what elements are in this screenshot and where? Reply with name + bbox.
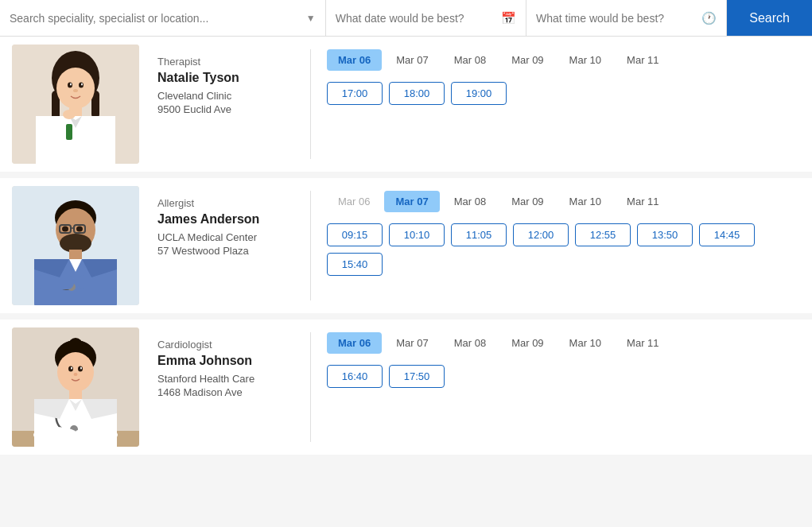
doctor-clinic: UCLA Medical Center bbox=[157, 231, 297, 243]
time-slot-button[interactable]: 15:40 bbox=[327, 253, 383, 276]
doctor-clinic: Cleveland Clinic bbox=[157, 90, 297, 102]
svg-point-14 bbox=[81, 83, 83, 86]
svg-rect-25 bbox=[69, 250, 82, 261]
doctor-image bbox=[12, 45, 139, 164]
specialty-input[interactable] bbox=[10, 12, 300, 25]
time-slots: 09:1510:1011:0512:0012:5513:5014:4515:40 bbox=[327, 223, 796, 276]
svg-point-37 bbox=[68, 338, 83, 352]
svg-point-46 bbox=[73, 427, 118, 443]
date-tab[interactable]: Mar 06 bbox=[327, 49, 382, 71]
date-tab[interactable]: Mar 06 bbox=[327, 332, 382, 354]
doctor-card: AllergistJames AndersonUCLA Medical Cent… bbox=[0, 178, 812, 313]
time-slot-button[interactable]: 10:10 bbox=[389, 223, 445, 246]
doctor-name: Natalie Tyson bbox=[157, 71, 297, 85]
svg-point-10 bbox=[73, 89, 78, 92]
clock-icon: 🕐 bbox=[701, 11, 717, 25]
svg-rect-30 bbox=[77, 275, 117, 289]
doctor-photo bbox=[0, 178, 151, 313]
doctor-photo bbox=[0, 37, 151, 172]
time-slot-button[interactable]: 17:50 bbox=[389, 365, 445, 388]
date-tab[interactable]: Mar 10 bbox=[558, 332, 612, 354]
date-tab[interactable]: Mar 07 bbox=[385, 332, 439, 354]
date-tab[interactable]: Mar 07 bbox=[385, 49, 439, 71]
doctor-info: CardiologistEmma JohnsonStanford Health … bbox=[151, 320, 310, 455]
date-tabs: Mar 06Mar 07Mar 08Mar 09Mar 10Mar 11 bbox=[327, 191, 796, 212]
time-slot-button[interactable]: 13:50 bbox=[637, 223, 693, 246]
search-button[interactable]: Search bbox=[727, 0, 812, 36]
date-tab[interactable]: Mar 10 bbox=[558, 191, 612, 212]
date-tab[interactable]: Mar 07 bbox=[384, 191, 439, 212]
svg-rect-29 bbox=[34, 275, 74, 289]
svg-point-38 bbox=[57, 352, 94, 392]
time-input[interactable] bbox=[536, 12, 697, 25]
date-tab[interactable]: Mar 11 bbox=[616, 49, 670, 71]
date-field[interactable]: 📅 bbox=[326, 0, 526, 36]
time-slot-button[interactable]: 11:05 bbox=[451, 223, 507, 246]
doctor-image bbox=[12, 186, 139, 305]
time-slot-button[interactable]: 17:00 bbox=[327, 82, 383, 105]
svg-point-49 bbox=[71, 367, 72, 370]
doctor-cards-container: TherapistNatalie TysonCleveland Clinic95… bbox=[0, 37, 812, 455]
doctor-clinic: Stanford Health Care bbox=[157, 373, 297, 385]
date-tab[interactable]: Mar 09 bbox=[500, 191, 554, 212]
doctor-specialty: Allergist bbox=[157, 197, 297, 209]
time-slot-button[interactable]: 12:55 bbox=[575, 223, 631, 246]
calendar-icon: 📅 bbox=[501, 11, 516, 25]
time-slots: 16:4017:50 bbox=[327, 365, 796, 388]
date-input[interactable] bbox=[336, 12, 496, 25]
date-tabs: Mar 06Mar 07Mar 08Mar 09Mar 10Mar 11 bbox=[327, 332, 796, 354]
svg-point-15 bbox=[63, 110, 76, 119]
date-tab[interactable]: Mar 08 bbox=[443, 191, 497, 212]
doctor-card: TherapistNatalie TysonCleveland Clinic95… bbox=[0, 37, 812, 172]
doctor-address: 57 Westwood Plaza bbox=[157, 245, 297, 257]
date-tab[interactable]: Mar 09 bbox=[500, 332, 554, 354]
doctor-photo bbox=[0, 320, 151, 455]
doctor-specialty: Therapist bbox=[157, 56, 297, 68]
svg-point-11 bbox=[68, 83, 72, 88]
specialty-field[interactable]: ▼ bbox=[0, 0, 326, 36]
date-tab[interactable]: Mar 11 bbox=[616, 332, 670, 354]
search-bar: ▼ 📅 🕐 Search bbox=[0, 0, 812, 37]
time-slot-button[interactable]: 16:40 bbox=[327, 365, 383, 388]
time-slot-button[interactable]: 14:45 bbox=[699, 223, 755, 246]
doctor-name: James Anderson bbox=[157, 212, 297, 227]
slots-section: Mar 06Mar 07Mar 08Mar 09Mar 10Mar 1117:0… bbox=[311, 37, 812, 172]
time-slot-button[interactable]: 12:00 bbox=[513, 223, 569, 246]
slots-section: Mar 06Mar 07Mar 08Mar 09Mar 10Mar 1116:4… bbox=[311, 320, 812, 455]
svg-point-47 bbox=[68, 366, 73, 372]
doctor-card: CardiologistEmma JohnsonStanford Health … bbox=[0, 320, 812, 455]
svg-point-24 bbox=[76, 227, 83, 232]
date-tab[interactable]: Mar 10 bbox=[558, 49, 612, 71]
date-tab[interactable]: Mar 08 bbox=[443, 49, 497, 71]
doctor-info: TherapistNatalie TysonCleveland Clinic95… bbox=[151, 37, 310, 172]
time-field[interactable]: 🕐 bbox=[526, 0, 727, 36]
doctor-address: 1468 Madison Ave bbox=[157, 386, 297, 398]
time-slot-button[interactable]: 09:15 bbox=[327, 223, 383, 246]
chevron-down-icon: ▼ bbox=[306, 13, 316, 24]
svg-point-4 bbox=[56, 68, 95, 109]
svg-point-23 bbox=[62, 227, 68, 232]
date-tab[interactable]: Mar 11 bbox=[616, 191, 670, 212]
svg-point-50 bbox=[80, 367, 82, 370]
svg-point-12 bbox=[79, 83, 84, 88]
date-tab[interactable]: Mar 06 bbox=[327, 191, 381, 212]
time-slot-button[interactable]: 19:00 bbox=[451, 82, 507, 105]
doctor-specialty: Cardiologist bbox=[157, 339, 297, 351]
doctor-image bbox=[12, 327, 139, 447]
time-slots: 17:0018:0019:00 bbox=[327, 82, 796, 105]
doctor-address: 9500 Euclid Ave bbox=[157, 103, 297, 115]
date-tabs: Mar 06Mar 07Mar 08Mar 09Mar 10Mar 11 bbox=[327, 49, 796, 71]
date-tab[interactable]: Mar 08 bbox=[443, 332, 497, 354]
slots-section: Mar 06Mar 07Mar 08Mar 09Mar 10Mar 1109:1… bbox=[311, 178, 812, 313]
doctor-name: Emma Johnson bbox=[157, 354, 297, 368]
time-slot-button[interactable]: 18:00 bbox=[389, 82, 445, 105]
doctor-info: AllergistJames AndersonUCLA Medical Cent… bbox=[151, 178, 310, 313]
svg-point-51 bbox=[74, 373, 78, 376]
svg-rect-8 bbox=[66, 124, 72, 140]
svg-point-48 bbox=[78, 366, 83, 372]
date-tab[interactable]: Mar 09 bbox=[500, 49, 554, 71]
svg-point-45 bbox=[33, 427, 78, 443]
svg-point-13 bbox=[70, 83, 72, 86]
